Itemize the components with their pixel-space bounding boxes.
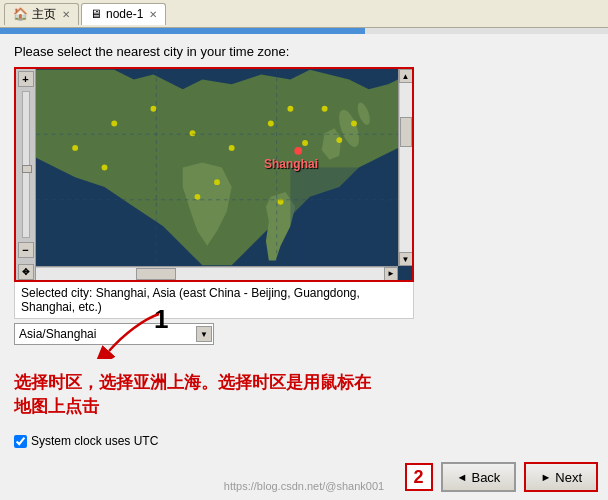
map-area[interactable]: Shanghai: [36, 69, 398, 266]
back-button[interactable]: ◄ Back: [441, 462, 517, 492]
next-button[interactable]: ► Next: [524, 462, 598, 492]
scroll-up-button[interactable]: ▲: [399, 69, 413, 83]
next-label: Next: [555, 470, 582, 485]
annotation-area: 1 选择时区，选择亚洲上海。选择时区是用鼠标在 地图上点击: [14, 319, 594, 419]
annotation-number-2: 2: [405, 463, 433, 491]
system-clock-row: System clock uses UTC: [14, 434, 158, 448]
svg-point-21: [72, 145, 78, 151]
svg-point-23: [294, 147, 302, 155]
system-clock-label: System clock uses UTC: [31, 434, 158, 448]
svg-point-12: [268, 121, 274, 127]
svg-point-22: [102, 165, 108, 171]
home-icon: 🏠: [13, 7, 28, 21]
zoom-slider[interactable]: [22, 91, 30, 238]
tab-home[interactable]: 🏠 主页 ✕: [4, 3, 79, 25]
pan-button[interactable]: ✥: [18, 264, 34, 280]
svg-point-8: [111, 121, 117, 127]
zoom-thumb: [22, 165, 32, 173]
svg-point-18: [214, 179, 220, 185]
tab-home-close[interactable]: ✕: [62, 9, 70, 20]
svg-rect-7: [290, 168, 388, 266]
system-clock-checkbox[interactable]: [14, 435, 27, 448]
selected-city-text: Selected city: Shanghai, Asia (east Chin…: [21, 286, 360, 314]
shanghai-label: Shanghai: [264, 157, 318, 171]
map-scrollbar-vertical[interactable]: ▲ ▼: [398, 69, 412, 266]
main-content: Please select the nearest city in your t…: [0, 34, 608, 500]
annotation-line2: 地图上点击: [14, 395, 594, 419]
watermark: https://blog.csdn.net/@shank001: [224, 480, 384, 492]
annotation-text: 选择时区，选择亚洲上海。选择时区是用鼠标在 地图上点击: [14, 371, 594, 419]
tab-home-label: 主页: [32, 6, 56, 23]
next-icon: ►: [540, 471, 551, 483]
zoom-in-button[interactable]: +: [18, 71, 34, 87]
tab-node1-label: node-1: [106, 7, 143, 21]
svg-point-19: [194, 194, 200, 200]
scroll-thumb-v: [400, 117, 412, 147]
scroll-down-button[interactable]: ▼: [399, 252, 413, 266]
svg-point-15: [351, 121, 357, 127]
svg-point-11: [229, 145, 235, 151]
back-label: Back: [471, 470, 500, 485]
back-icon: ◄: [457, 471, 468, 483]
zoom-controls: + − ✥: [16, 69, 36, 280]
svg-point-10: [190, 130, 196, 136]
annotation-arrow: [94, 309, 174, 359]
map-svg: [36, 69, 398, 266]
tab-node1-close[interactable]: ✕: [149, 9, 157, 20]
svg-point-17: [287, 106, 293, 112]
selected-city-bar: Selected city: Shanghai, Asia (east Chin…: [14, 282, 414, 319]
title-bar: 🏠 主页 ✕ 🖥 node-1 ✕: [0, 0, 608, 28]
annotation-line1: 选择时区，选择亚洲上海。选择时区是用鼠标在: [14, 371, 594, 395]
svg-point-9: [150, 106, 156, 112]
zoom-out-button[interactable]: −: [18, 242, 34, 258]
scroll-thumb-h: [136, 268, 176, 280]
tab-node1[interactable]: 🖥 node-1 ✕: [81, 3, 166, 25]
node-icon: 🖥: [90, 7, 102, 21]
scroll-track-h[interactable]: [30, 268, 384, 280]
map-container[interactable]: + − ✥: [14, 67, 414, 282]
instruction-text: Please select the nearest city in your t…: [14, 44, 594, 59]
scroll-track-v[interactable]: [400, 83, 412, 252]
scroll-right-button[interactable]: ►: [384, 267, 398, 281]
svg-point-14: [336, 137, 342, 143]
bottom-bar: 2 ◄ Back ► Next: [405, 462, 598, 492]
svg-point-13: [302, 140, 308, 146]
svg-point-16: [322, 106, 328, 112]
map-scrollbar-horizontal[interactable]: ◄ ►: [16, 266, 398, 280]
